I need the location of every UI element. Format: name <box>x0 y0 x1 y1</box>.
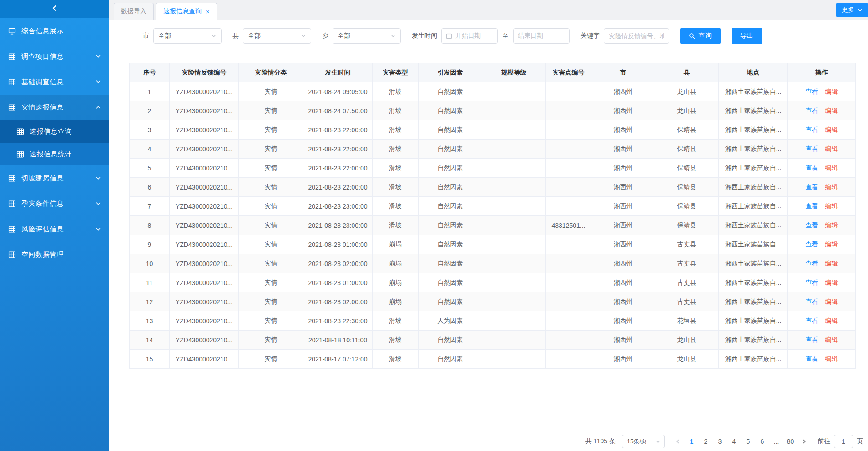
table-cell: 湘西土家族苗族自... <box>719 82 788 101</box>
table-cell: 湘西土家族苗族自... <box>719 350 788 369</box>
county-select[interactable]: 全部 <box>243 28 311 44</box>
sidebar-item[interactable]: 基础调查信息 <box>0 69 109 95</box>
edit-link[interactable]: 编辑 <box>825 317 838 324</box>
edit-link[interactable]: 编辑 <box>825 260 838 267</box>
view-link[interactable]: 查看 <box>806 145 818 152</box>
table-cell <box>482 216 546 235</box>
view-link[interactable]: 查看 <box>806 260 818 267</box>
town-select[interactable]: 全部 <box>333 28 401 44</box>
date-range-filter: 发生时间 开始日期 至 结束日期 <box>412 28 570 44</box>
table-cell: 崩塌 <box>373 273 419 292</box>
edit-link[interactable]: 编辑 <box>825 126 838 133</box>
edit-link[interactable]: 编辑 <box>825 279 838 286</box>
table-cell: 2021-08-23 02:00:00 <box>303 254 373 273</box>
edit-link[interactable]: 编辑 <box>825 241 838 248</box>
page-number[interactable]: 1 <box>686 435 698 448</box>
table-body: 1YZD43000020210...灾情2021-08-24 09:05:00滑… <box>130 82 856 369</box>
table-cell: 7 <box>130 197 170 216</box>
edit-link[interactable]: 编辑 <box>825 107 838 114</box>
table-cell: 灾情 <box>239 120 303 140</box>
table-cell-actions: 查看编辑 <box>788 235 856 254</box>
export-button[interactable]: 导出 <box>732 28 762 44</box>
sidebar-item[interactable]: 空间数据管理 <box>0 242 109 267</box>
table-cell: YZD43000020210... <box>170 159 239 178</box>
view-link[interactable]: 查看 <box>806 202 818 210</box>
view-link[interactable]: 查看 <box>806 317 818 324</box>
city-select[interactable]: 全部 <box>153 28 222 44</box>
sidebar-collapse-button[interactable] <box>0 0 109 18</box>
table-row: 10YZD43000020210...灾情2021-08-23 02:00:00… <box>130 254 856 273</box>
sidebar-item[interactable]: 切坡建房信息 <box>0 165 109 191</box>
goto-page: 前往 页 <box>818 435 863 448</box>
table-row: 13YZD43000020210...灾情2021-08-23 22:30:00… <box>130 311 856 331</box>
table-cell <box>482 101 546 120</box>
table-cell: 保靖县 <box>655 178 719 197</box>
table-cell: 灾情 <box>239 178 303 197</box>
prev-page-button[interactable] <box>672 435 684 448</box>
city-select-value: 全部 <box>158 32 171 40</box>
chevron-down-icon <box>858 8 863 13</box>
tab[interactable]: 数据导入 <box>114 3 154 20</box>
view-link[interactable]: 查看 <box>806 164 818 171</box>
more-button[interactable]: 更多 <box>836 3 868 17</box>
edit-link[interactable]: 编辑 <box>825 336 838 343</box>
page-number[interactable]: 6 <box>756 435 768 448</box>
view-link[interactable]: 查看 <box>806 88 818 95</box>
chevron-down-icon <box>301 33 306 39</box>
search-button[interactable]: 查询 <box>680 28 721 44</box>
column-header: 县 <box>655 63 719 82</box>
table-cell: 湘西土家族苗族自... <box>719 216 788 235</box>
table-row: 14YZD43000020210...灾情2021-08-18 10:11:00… <box>130 331 856 350</box>
edit-link[interactable]: 编辑 <box>825 355 838 362</box>
sidebar-item-label: 孕灾条件信息 <box>21 200 96 208</box>
view-link[interactable]: 查看 <box>806 336 818 343</box>
view-link[interactable]: 查看 <box>806 221 818 229</box>
page-number[interactable]: 4 <box>728 435 740 448</box>
sidebar-subitem[interactable]: 速报信息统计 <box>0 143 109 165</box>
table-cell: 湘西土家族苗族自... <box>719 311 788 331</box>
page-size-select[interactable]: 15条/页 <box>622 435 665 448</box>
keyword-input[interactable] <box>604 28 669 44</box>
edit-link[interactable]: 编辑 <box>825 202 838 210</box>
page-number[interactable]: 5 <box>742 435 754 448</box>
export-button-label: 导出 <box>740 32 754 40</box>
page-number[interactable]: 3 <box>714 435 726 448</box>
view-link[interactable]: 查看 <box>806 355 818 362</box>
table-cell: 湘西州 <box>591 197 655 216</box>
end-date-input[interactable]: 结束日期 <box>513 28 570 44</box>
sidebar-item[interactable]: 风险评估信息 <box>0 216 109 242</box>
edit-link[interactable]: 编辑 <box>825 164 838 171</box>
tab[interactable]: 速报信息查询× <box>156 3 217 20</box>
view-link[interactable]: 查看 <box>806 107 818 114</box>
edit-link[interactable]: 编辑 <box>825 88 838 95</box>
view-link[interactable]: 查看 <box>806 298 818 305</box>
column-header: 规模等级 <box>482 63 546 82</box>
start-date-input[interactable]: 开始日期 <box>441 28 498 44</box>
sidebar-item[interactable]: 调查项目信息 <box>0 44 109 69</box>
table-cell: 2021-08-23 23:00:00 <box>303 216 373 235</box>
edit-link[interactable]: 编辑 <box>825 298 838 305</box>
table-cell: 自然因素 <box>419 82 482 101</box>
table-cell: 湘西土家族苗族自... <box>719 254 788 273</box>
edit-link[interactable]: 编辑 <box>825 145 838 152</box>
sidebar-item[interactable]: 孕灾条件信息 <box>0 191 109 216</box>
view-link[interactable]: 查看 <box>806 279 818 286</box>
view-link[interactable]: 查看 <box>806 126 818 133</box>
page-number[interactable]: 2 <box>700 435 712 448</box>
next-page-button[interactable] <box>798 435 810 448</box>
view-link[interactable]: 查看 <box>806 183 818 190</box>
close-icon[interactable]: × <box>206 8 210 15</box>
edit-link[interactable]: 编辑 <box>825 183 838 190</box>
table-cell: 5 <box>130 159 170 178</box>
view-link[interactable]: 查看 <box>806 241 818 248</box>
goto-page-input[interactable] <box>834 435 853 448</box>
sidebar-item[interactable]: 灾情速报信息 <box>0 95 109 120</box>
sidebar-item[interactable]: 综合信息展示 <box>0 18 109 44</box>
table-cell <box>482 178 546 197</box>
edit-link[interactable]: 编辑 <box>825 221 838 229</box>
table-cell: 龙山县 <box>655 101 719 120</box>
table-cell: 湘西州 <box>591 120 655 140</box>
page-number[interactable]: 80 <box>784 435 797 448</box>
page-ellipsis[interactable]: ... <box>770 435 782 448</box>
sidebar-subitem[interactable]: 速报信息查询 <box>0 120 109 143</box>
